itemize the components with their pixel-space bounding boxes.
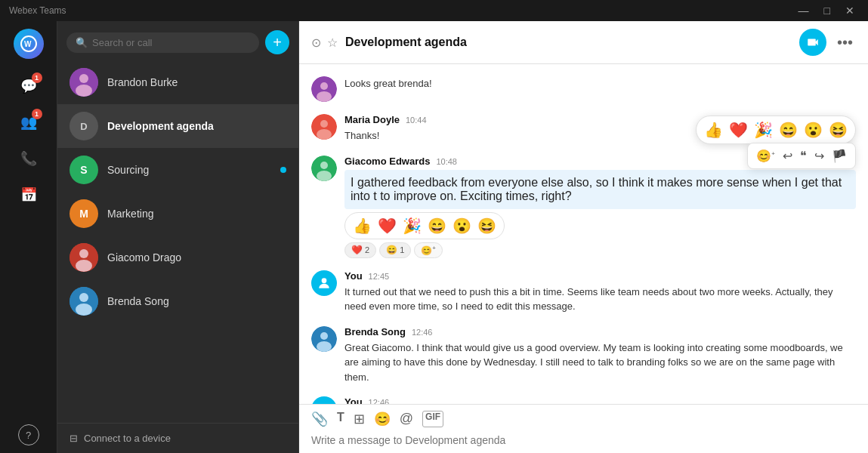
emoji-thumbsup[interactable]: 👍 — [703, 119, 724, 140]
avatar — [311, 156, 337, 181]
message-meta: You 12:46 — [344, 396, 856, 404]
sidebar-item-sourcing[interactable]: S Sourcing — [57, 148, 298, 192]
sidebar-item-giacomo-drago[interactable]: Giacomo Drago — [57, 236, 298, 279]
contact-name: Giacomo Drago — [107, 251, 286, 263]
sidebar-item-brenda-song[interactable]: Brenda Song — [57, 279, 298, 323]
emoji-smile[interactable]: 😄 — [777, 119, 799, 140]
close-button[interactable]: ✕ — [841, 3, 859, 18]
calls-nav-icon[interactable]: 📞 — [14, 143, 44, 174]
message-text: It turned out that we need to push this … — [344, 285, 856, 314]
add-reaction-icon[interactable]: 😊+ — [754, 146, 777, 165]
message-content: Looks great brenda! — [344, 76, 856, 91]
reaction-smile[interactable]: 😄 1 — [379, 242, 411, 258]
avatar — [70, 243, 98, 272]
avatar — [70, 68, 98, 97]
contact-name: Brenda Song — [107, 295, 286, 307]
emoji-thumbsup[interactable]: 👍 — [351, 215, 373, 236]
reaction-heart[interactable]: ❤️ 2 — [344, 242, 376, 258]
table-row: You 12:45 It turned out that we need to … — [311, 270, 856, 314]
emoji-party[interactable]: 🎉 — [752, 119, 774, 140]
emoji-quick-bar[interactable]: 👍 ❤️ 🎉 😄 😮 😆 — [696, 116, 856, 144]
message-meta: Brenda Song 12:46 — [344, 326, 856, 337]
sender-name: You — [344, 270, 363, 282]
avatar: D — [70, 112, 98, 140]
emoji-party[interactable]: 🎉 — [401, 215, 423, 236]
flag-icon[interactable]: 🏴 — [829, 146, 849, 165]
avatar-letter: S — [80, 164, 87, 176]
mention-icon[interactable]: @ — [400, 411, 413, 427]
teams-nav-icon[interactable]: 👥 1 — [14, 107, 44, 137]
emoji-wow[interactable]: 😮 — [802, 119, 824, 140]
sidebar-item-development-agenda[interactable]: D Development agenda — [57, 104, 298, 148]
emoji-heart[interactable]: ❤️ — [727, 119, 749, 140]
window-controls[interactable]: — □ ✕ — [794, 3, 859, 18]
compose-tools: 📎 T ⊞ 😊 @ GIF — [311, 411, 856, 427]
calls-icon: 📞 — [20, 150, 37, 167]
app-logo: W — [14, 29, 44, 59]
compose-bar: 📎 T ⊞ 😊 @ GIF — [299, 404, 868, 453]
emoji-picker-icon[interactable]: 😊 — [374, 411, 391, 427]
text-format-icon[interactable]: T — [337, 411, 344, 427]
minimize-button[interactable]: — — [794, 3, 814, 18]
emoji-heart[interactable]: ❤️ — [376, 215, 398, 236]
sender-name: Giacomo Edwards — [344, 156, 430, 167]
message-content: Brenda Song 12:46 Great Giacomo. I think… — [344, 326, 856, 385]
forward-icon[interactable]: ↪ — [812, 146, 826, 165]
video-call-button[interactable] — [799, 29, 826, 56]
message-time: 12:46 — [369, 398, 390, 404]
emoji-laugh[interactable]: 😆 — [827, 119, 849, 140]
search-bar[interactable]: 🔍 — [66, 32, 259, 53]
search-icon: 🔍 — [76, 37, 88, 48]
more-options-button[interactable]: ••• — [834, 31, 856, 54]
emoji-action-bar[interactable]: 😊+ ↩ ❝ ↪ 🏴 — [747, 143, 856, 169]
sidebar-item-brandon-burke[interactable]: Brandon Burke — [57, 60, 298, 104]
emoji-laugh[interactable]: 😆 — [476, 215, 498, 236]
gif-icon[interactable]: GIF — [422, 411, 443, 427]
sidebar-header: 🔍 + — [57, 21, 298, 60]
svg-point-3 — [79, 74, 88, 83]
sender-name: Brenda Song — [344, 326, 406, 337]
compose-input[interactable] — [311, 434, 856, 446]
svg-point-16 — [317, 129, 332, 140]
svg-point-19 — [317, 171, 332, 181]
connect-device-button[interactable]: ⊟ Connect to a device — [57, 423, 298, 453]
attach-icon[interactable]: 📎 — [311, 411, 328, 427]
svg-point-23 — [317, 341, 332, 352]
table-row: Brenda Song 12:46 Great Giacomo. I think… — [311, 326, 856, 385]
messages-nav-icon[interactable]: 💬 1 — [14, 71, 44, 101]
calendar-nav-icon[interactable]: 📅 — [14, 180, 44, 210]
apps-icon[interactable]: ⊞ — [354, 411, 365, 427]
message-content: You 12:45 It turned out that we need to … — [344, 270, 856, 314]
message-time: 10:44 — [406, 116, 427, 125]
message-time: 12:45 — [369, 272, 390, 281]
message-content: You 12:46 — [344, 396, 856, 404]
titlebar: Webex Teams — □ ✕ — [0, 0, 868, 21]
star-icon[interactable]: ☆ — [327, 35, 338, 50]
help-button[interactable]: ? — [18, 424, 39, 445]
avatar-letter: D — [80, 121, 87, 132]
reply-icon[interactable]: ↩ — [780, 146, 795, 165]
svg-text:W: W — [24, 40, 32, 48]
contact-name: Brandon Burke — [107, 76, 286, 88]
add-reaction-button[interactable]: 😊+ — [414, 242, 443, 258]
quote-icon[interactable]: ❝ — [798, 146, 809, 165]
sidebar-item-marketing[interactable]: M Marketing — [57, 192, 298, 236]
emoji-wow[interactable]: 😮 — [451, 215, 473, 236]
clock-icon[interactable]: ⊙ — [311, 35, 321, 50]
add-button[interactable]: + — [265, 30, 289, 54]
emoji-smile[interactable]: 😄 — [426, 215, 448, 236]
svg-point-9 — [79, 293, 88, 302]
svg-point-15 — [320, 120, 328, 128]
connect-device-label: Connect to a device — [84, 433, 171, 444]
message-time: 12:46 — [412, 328, 433, 337]
emoji-mini-bar[interactable]: 👍 ❤️ 🎉 😄 😮 😆 — [344, 212, 505, 239]
message-text: I gathered feedback from everyone else a… — [344, 170, 856, 209]
avatar — [311, 270, 337, 296]
online-indicator — [280, 167, 286, 173]
avatar — [311, 114, 337, 140]
maximize-button[interactable]: □ — [820, 3, 835, 18]
contact-list: Brandon Burke D Development agenda S Sou… — [57, 60, 298, 423]
search-input[interactable] — [92, 37, 250, 48]
table-row: Looks great brenda! — [311, 76, 856, 102]
svg-point-4 — [76, 85, 92, 97]
